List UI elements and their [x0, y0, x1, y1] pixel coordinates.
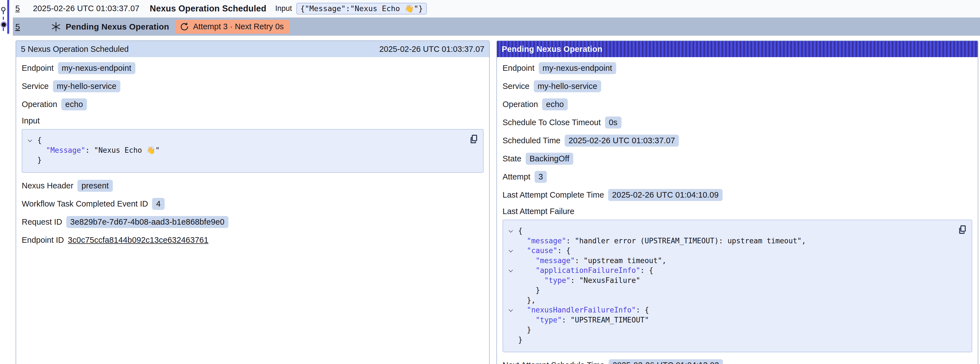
copy-button[interactable] [956, 224, 968, 236]
field-value-badge: echo [61, 98, 87, 110]
code-line: "type": "NexusFailure" [508, 276, 952, 286]
code-line: { [508, 226, 952, 236]
json-text: : "handler error (UPSTREAM_TIMEOUT): ups… [566, 236, 806, 246]
detail-field-row: Workflow Task Completed Event ID4 [22, 198, 484, 210]
code-line: "message": "upstream timeout", [508, 256, 952, 266]
attempt-retry-badge: Attempt 3 · Next Retry 0s [175, 20, 290, 34]
field-label: Endpoint [22, 64, 54, 73]
field-value-badge: my-nexus-endpoint [58, 62, 135, 74]
event-history-view: { "colors": { "accent_stripe_dark": "#36… [0, 0, 980, 364]
collapse-chevron-icon[interactable] [508, 269, 518, 272]
panel-pending-nexus-operation: Pending Nexus Operation Endpointmy-nexus… [496, 40, 978, 364]
field-label: Nexus Header [22, 181, 73, 190]
code-line: } [508, 335, 952, 345]
json-key: "type" [544, 276, 571, 286]
detail-field-row: Attempt3 [503, 171, 972, 183]
collapse-chevron-icon[interactable] [508, 308, 518, 311]
event-id-link[interactable]: 5 [15, 4, 20, 13]
pending-asterisk-icon [51, 21, 61, 32]
field-label: Request ID [22, 217, 62, 227]
json-text: : [85, 145, 94, 155]
field-value-link[interactable]: 3c0c75ccfa8144b092c13ce632463761 [68, 236, 208, 245]
panel-title: Pending Nexus Operation [502, 45, 602, 54]
json-text: }, [527, 295, 535, 305]
event-timestamp: 2025-02-26 UTC 01:03:37.07 [33, 4, 139, 13]
timeline-active-bar [7, 0, 9, 34]
code-line: { [27, 136, 463, 145]
event-id-link[interactable]: 5 [15, 22, 20, 32]
field-label: Service [22, 81, 49, 91]
detail-field-row: Servicemy-hello-service [22, 80, 484, 93]
field-value-badge: my-nexus-endpoint [539, 62, 616, 74]
failure-block-label: Last Attempt Failure [503, 207, 972, 216]
json-key: "type" [536, 315, 562, 325]
collapse-chevron-icon[interactable] [27, 139, 37, 142]
json-text: : { [640, 266, 653, 276]
field-label: Service [503, 81, 530, 91]
pending-event-title: Pending Nexus Operation [66, 22, 169, 32]
field-value-badge: 3 [535, 171, 547, 183]
collapse-chevron-icon[interactable] [508, 229, 518, 232]
attempt-retry-text: Attempt 3 · Next Retry 0s [193, 22, 284, 31]
json-key: "Message" [46, 145, 85, 155]
field-label: Last Attempt Complete Time [503, 190, 604, 200]
field-label: State [503, 154, 522, 163]
field-value-badge: 2025-02-26 UTC 01:03:37.07 [565, 135, 679, 147]
last-attempt-failure-json-viewer: { "message": "handler error (UPSTREAM_TI… [503, 220, 972, 352]
detail-field-row: StateBackingOff [503, 152, 972, 165]
event-row-nexus-operation-scheduled[interactable]: 5 2025-02-26 UTC 01:03:37.07 Nexus Opera… [13, 0, 980, 17]
field-label: Endpoint [503, 64, 535, 73]
detail-field-row: Last Attempt Complete Time2025-02-26 UTC… [503, 189, 972, 201]
field-label: Operation [22, 100, 57, 109]
copy-icon [956, 224, 968, 235]
field-label: Schedule To Close Timeout [503, 118, 601, 127]
field-label: Scheduled Time [503, 136, 560, 145]
json-key: "message" [527, 236, 566, 246]
field-value-badge: present [78, 180, 113, 192]
panel-nexus-operation-scheduled: 5 Nexus Operation Scheduled 2025-02-26 U… [16, 40, 490, 364]
code-line: }, [508, 295, 952, 305]
field-value-badge: echo [542, 98, 568, 110]
input-label: Input [275, 4, 292, 13]
timeline-connector-dashed [3, 11, 4, 34]
field-value-badge: my-hello-service [534, 80, 601, 92]
json-text: { [37, 136, 42, 145]
detail-field-row: Schedule To Close Timeout0s [503, 116, 972, 129]
detail-field-row: Endpointmy-nexus-endpoint [503, 62, 972, 74]
code-line: } [508, 325, 952, 335]
field-value-badge: 4 [152, 198, 164, 210]
field-value-badge: 0s [605, 117, 622, 128]
json-key: "cause" [527, 246, 557, 256]
json-text: } [527, 325, 531, 335]
code-line: } [508, 286, 952, 295]
detail-field-row: Nexus Headerpresent [22, 179, 484, 192]
event-title: Nexus Operation Scheduled [150, 4, 266, 14]
timeline-node-pending [2, 22, 6, 27]
collapse-chevron-icon[interactable] [508, 249, 518, 252]
code-line: } [27, 155, 463, 165]
field-label: Workflow Task Completed Event ID [22, 199, 148, 209]
code-line: "cause": { [508, 246, 952, 256]
event-row-pending-nexus-operation[interactable]: 5 Pending Nexus Operation Attempt 3 · Ne… [13, 18, 980, 36]
code-line: "type": "UPSTREAM_TIMEOUT" [508, 315, 952, 325]
input-block-label: Input [22, 116, 484, 125]
field-label: Operation [503, 100, 538, 109]
panel-title: 5 Nexus Operation Scheduled [21, 45, 129, 54]
field-value-badge: my-hello-service [53, 80, 120, 92]
json-text: : "NexusFailure" [571, 276, 640, 286]
json-text: : "upstream timeout", [575, 256, 667, 266]
field-label: Next Attempt Schedule Time [503, 361, 605, 364]
field-value-badge: 3e829b7e-7d67-4b08-aad3-b1e868bfe9e0 [66, 216, 228, 228]
json-text: { [518, 226, 523, 236]
json-key: "applicationFailureInfo" [536, 266, 640, 276]
detail-field-row: Endpoint ID3c0c75ccfa8144b092c13ce632463… [22, 234, 484, 246]
json-text: : { [557, 246, 571, 256]
json-key: "nexusHandlerFailureInfo" [527, 305, 636, 315]
field-label: Attempt [503, 172, 530, 182]
detail-field-row: Endpointmy-nexus-endpoint [22, 62, 484, 74]
input-json-viewer: { "Message": "Nexus Echo 👋"} [22, 129, 484, 173]
detail-field-row: Operationecho [22, 98, 484, 111]
panel-header-pending: Pending Nexus Operation [497, 41, 978, 57]
copy-button[interactable] [468, 134, 479, 145]
retry-icon [180, 22, 189, 32]
